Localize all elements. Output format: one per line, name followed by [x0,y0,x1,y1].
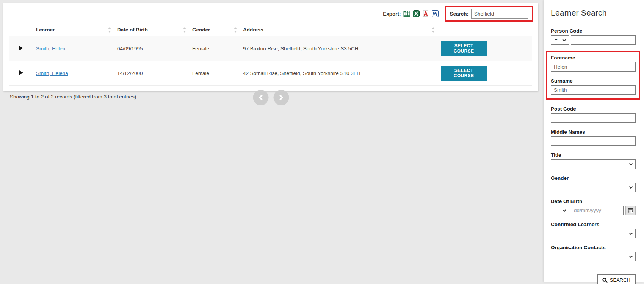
person-code-input[interactable] [571,35,636,45]
results-panel: Export: Search: [3,3,538,91]
operator-value: = [555,37,558,43]
chevron-down-icon [629,185,633,189]
sort-icon[interactable] [432,27,435,33]
expand-column-header [9,23,33,36]
expand-row-icon[interactable] [19,46,23,50]
organisation-contacts-label: Organisation Contacts [551,245,636,250]
surname-label: Surname [551,78,636,84]
previous-page-button[interactable] [253,90,268,105]
date-of-birth-field-group: Date Of Birth = [551,198,636,215]
export-label: Export: [383,11,401,17]
column-header-gender[interactable]: Gender [189,23,240,36]
chevron-down-icon [563,38,566,42]
gender-select[interactable] [551,183,636,192]
dob-cell: 14/12/2000 [114,61,189,86]
title-select[interactable] [551,159,636,169]
confirmed-learners-select[interactable] [551,229,636,238]
confirmed-learners-field-group: Confirmed Learners [551,222,636,238]
forename-label: Forename [551,55,636,61]
column-header-label: Learner [36,27,55,33]
chevron-right-icon [279,94,284,101]
gender-cell: Female [189,36,240,61]
address-cell: 97 Buxton Rise, Sheffield, South Yorkshi… [240,36,438,61]
chevron-down-icon [629,162,633,166]
learner-search-page: Export: Search: [0,0,644,284]
column-header-dob[interactable]: Date of Birth [114,23,189,36]
calendar-icon [628,208,633,213]
gender-field-group: Gender [551,175,636,192]
pagination [253,90,289,105]
csv-export-icon[interactable] [403,10,410,17]
learners-table: Learner Date of Birth Gender Address Smi… [9,23,532,86]
surname-field-group: Surname [551,78,636,95]
table-row: Smith, Helen 04/09/1995 Female 97 Buxton… [9,36,532,61]
column-header-label: Gender [192,27,210,33]
pdf-export-icon[interactable] [422,10,429,17]
forename-input[interactable] [551,62,636,72]
confirmed-learners-label: Confirmed Learners [551,222,636,227]
organisation-contacts-select[interactable] [551,252,636,261]
sort-icon[interactable] [234,27,237,33]
sidebar-title: Learner Search [551,8,636,17]
export-group: Export: [383,10,439,17]
chevron-down-icon [629,231,633,235]
sort-icon[interactable] [108,27,111,33]
sort-icon[interactable] [183,27,186,33]
forename-field-group: Forename [551,55,636,72]
person-code-field-group: Person Code = [551,28,636,45]
name-fields-highlight-box: Forename Surname [546,51,640,100]
column-header-label: Address [243,27,263,33]
search-button[interactable]: SEARCH [597,274,636,284]
action-column-header [438,23,532,36]
records-summary: Showing 1 to 2 of 2 records (filtered fr… [10,94,136,100]
person-code-operator-select[interactable]: = [551,35,569,45]
middle-names-input[interactable] [551,136,636,146]
column-header-address[interactable]: Address [240,23,438,36]
select-course-button[interactable]: SELECT COURSE [441,41,487,56]
table-header-row: Learner Date of Birth Gender Address [9,23,532,36]
magnifier-icon [602,278,608,283]
word-export-icon[interactable] [432,10,439,17]
table-row: Smith, Helena 14/12/2000 Female 42 Sotha… [9,61,532,86]
select-course-button[interactable]: SELECT COURSE [441,66,487,81]
gender-cell: Female [189,61,240,86]
expand-row-icon[interactable] [19,70,23,75]
table-footer: Showing 1 to 2 of 2 records (filtered fr… [3,86,538,109]
address-cell: 42 Sothall Rise, Sheffield, South Yorksh… [240,61,438,86]
dob-input[interactable] [571,206,624,215]
sidebar-actions: SEARCH [551,274,636,284]
learner-name-link[interactable]: Smith, Helen [36,46,65,51]
post-code-field-group: Post Code [551,106,636,123]
table-toolbar: Export: Search: [3,3,538,22]
post-code-label: Post Code [551,106,636,112]
table-search-highlight-box: Search: [445,6,533,22]
title-field-group: Title [551,152,636,169]
learner-search-sidebar: Learner Search Person Code = Forename Su… [544,0,644,282]
column-header-label: Date of Birth [117,27,148,33]
gender-label: Gender [551,175,636,181]
post-code-input[interactable] [551,113,636,123]
table-search-label: Search: [450,11,469,17]
dob-operator-select[interactable]: = [551,206,569,215]
date-of-birth-label: Date Of Birth [551,198,636,204]
next-page-button[interactable] [273,90,289,105]
calendar-button[interactable] [625,206,636,215]
operator-value: = [555,208,558,213]
excel-export-icon[interactable] [413,10,420,17]
chevron-down-icon [629,254,633,258]
person-code-label: Person Code [551,28,636,34]
dob-cell: 04/09/1995 [114,36,189,61]
learner-name-link[interactable]: Smith, Helena [36,70,68,76]
surname-input[interactable] [551,85,636,95]
column-header-learner[interactable]: Learner [33,23,114,36]
middle-names-label: Middle Names [551,129,636,135]
chevron-left-icon [258,94,263,101]
middle-names-field-group: Middle Names [551,129,636,146]
chevron-down-icon [563,208,566,212]
search-button-label: SEARCH [610,277,630,283]
organisation-contacts-field-group: Organisation Contacts [551,245,636,261]
table-search-input[interactable] [471,9,528,19]
title-label: Title [551,152,636,158]
